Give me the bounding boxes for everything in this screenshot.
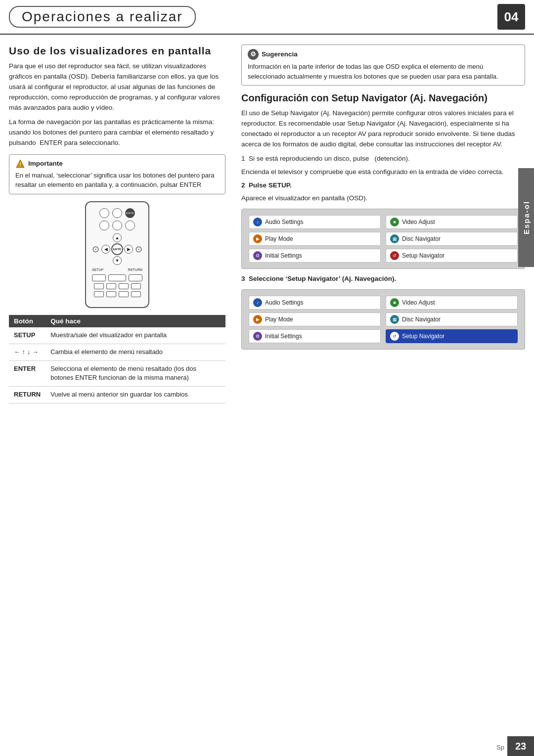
table-cell-description: Selecciona el elemento de menú resaltado… (45, 360, 225, 387)
section1-body1: Para que el uso del reproductor sea fáci… (9, 61, 225, 113)
sugerencia-text: Información en la parte inferior de toda… (248, 62, 519, 81)
button-table: Botón Qué hace SETUPMuestra/sale del vis… (9, 315, 225, 403)
importante-box: ! Importante En el manual, ‘seleccionar’… (9, 154, 225, 194)
remote-btn-2 (112, 208, 122, 218)
remote-rect-8 (94, 291, 104, 297)
remote-circle-right: ⊙ (135, 244, 142, 255)
table-row: ENTERSelecciona el elemento de menú resa… (9, 360, 225, 387)
section2-title: Configuración con Setup Navigator (Aj. N… (241, 91, 525, 104)
osd-item-label: Audio Settings (265, 299, 303, 306)
osd-item-label: Initial Settings (265, 252, 302, 259)
step2-text: 2 Pulse SETUP. (241, 180, 525, 191)
importante-title: ! Importante (15, 159, 219, 169)
remote-dpad: ▲ ▼ ◀ ▶ ENTR (101, 233, 133, 265)
remote-rect-6 (119, 283, 129, 289)
remote-setup-return-labels: SETUP RETURN (91, 268, 143, 271)
table-row: ← ↑ ↓ →Cambia el elemento de menú resalt… (9, 344, 225, 360)
table-cell-button: SETUP (9, 327, 45, 344)
remote-btn-1 (99, 208, 109, 218)
remote-circle-left: ⊙ (92, 244, 99, 255)
osd-menu-item: ↺Setup Navigator (386, 329, 518, 343)
remote-btn-4 (112, 221, 122, 230)
osd-menu-item: ↺Setup Navigator (386, 249, 518, 263)
osd-menu-item: ⚙Initial Settings (249, 249, 381, 263)
page-number: 23 (507, 736, 534, 756)
osd-menu-item: ■Video Adjust (386, 215, 518, 229)
page-suffix: Sp (496, 744, 504, 751)
osd-menu-1: ♪Audio Settings■Video Adjust▶Play Mode▦D… (241, 209, 525, 269)
osd-item-icon: ♪ (253, 298, 262, 307)
osd-item-label: Initial Settings (265, 333, 302, 340)
remote-btn-3 (99, 221, 109, 230)
table-row: SETUPMuestra/sale del visualizador en pa… (9, 327, 225, 344)
table-cell-description: Vuelve al menú anterior sin guardar los … (45, 387, 225, 403)
remote-btn-5 (125, 221, 135, 230)
remote-rect-2 (108, 274, 126, 281)
step3-text: 3 Seleccione ‘Setup Navigator’ (Aj. Nave… (241, 274, 525, 284)
osd-item-label: Audio Settings (265, 219, 303, 225)
importante-text: En el manual, ‘seleccionar’ significa us… (15, 171, 219, 190)
osd-menu-item: ▶Play Mode (249, 232, 381, 246)
remote-rect-3 (129, 274, 142, 281)
osd-item-icon: ■ (390, 298, 399, 307)
osd-menu-item: ■Video Adjust (386, 296, 518, 310)
remote-rect-11 (131, 291, 141, 297)
remote-rect-5 (106, 283, 116, 289)
importante-icon: ! (15, 159, 25, 169)
table-cell-button: ← ↑ ↓ → (9, 344, 45, 360)
osd-menu-item: ⚙Initial Settings (249, 329, 381, 343)
remote-btn-enter-top: ENTE (125, 208, 135, 218)
sugerencia-icon: ⚙ (248, 49, 259, 60)
osd-item-icon: ↺ (390, 332, 399, 341)
remote-illustration: ENTE ⊙ ▲ ▼ ◀ ▶ (9, 201, 225, 308)
osd-menu-item: ▦Disc Navigator (386, 312, 518, 326)
osd-item-icon: ⚙ (253, 332, 262, 341)
sugerencia-title: ⚙ Sugerencia (248, 49, 519, 60)
osd-menu-item: ▶Play Mode (249, 312, 381, 326)
chapter-number: 04 (497, 4, 525, 30)
osd-item-icon: ▶ (253, 315, 262, 324)
remote-rect-1 (92, 274, 106, 281)
table-row: RETURNVuelve al menú anterior sin guarda… (9, 387, 225, 403)
osd-item-icon: ⚙ (253, 251, 262, 260)
osd-item-icon: ▦ (390, 315, 399, 324)
osd-menu-item: ▦Disc Navigator (386, 232, 518, 246)
dpad-right: ▶ (124, 245, 133, 254)
page-footer: Sp 23 (0, 736, 534, 756)
osd-item-label: Setup Navigator (402, 333, 445, 340)
table-header-col1: Botón (9, 315, 45, 327)
remote-bottom-buttons (91, 274, 143, 297)
remote-rect-9 (106, 291, 116, 297)
osd-item-icon: ▶ (253, 234, 262, 243)
dpad-center-enter: ENTR (111, 243, 123, 255)
step1b-text: Encienda el televisor y compruebe que es… (241, 167, 525, 178)
osd-menu-item: ♪Audio Settings (249, 215, 381, 229)
right-column: ⚙ Sugerencia Información en la parte inf… (236, 40, 525, 403)
dpad-up: ▲ (113, 233, 122, 242)
content-area: Uso de los visualizadores en pantalla Pa… (0, 40, 534, 403)
osd-menu-item: ♪Audio Settings (249, 296, 381, 310)
remote-rect-4 (94, 283, 104, 289)
table-cell-button: RETURN (9, 387, 45, 403)
sugerencia-box: ⚙ Sugerencia Información en la parte inf… (241, 44, 525, 86)
step2b-text: Aparece el visualizador en pantalla (OSD… (241, 193, 525, 204)
remote-control: ENTE ⊙ ▲ ▼ ◀ ▶ (85, 201, 149, 308)
osd-item-icon: ↺ (390, 251, 399, 260)
table-cell-description: Cambia el elemento de menú resaltado (45, 344, 225, 360)
table-cell-description: Muestra/sale del visualizador en pantall… (45, 327, 225, 344)
step1-text: 1 Si se está reproduciendo un disco, pul… (241, 154, 525, 164)
dpad-down: ▼ (113, 256, 122, 265)
section2-body: El uso de Setup Navigator (Aj. Navegació… (241, 108, 525, 150)
osd-item-icon: ♪ (253, 218, 262, 226)
section1-title: Uso de los visualizadores en pantalla (9, 44, 225, 57)
osd-item-label: Play Mode (265, 316, 293, 323)
left-column: Uso de los visualizadores en pantalla Pa… (9, 40, 236, 403)
osd-item-label: Video Adjust (402, 299, 435, 306)
page-title: Operaciones a realizar (9, 6, 196, 28)
svg-text:!: ! (19, 162, 21, 168)
remote-rect-7 (131, 283, 141, 289)
osd-item-icon: ▦ (390, 234, 399, 243)
osd-item-label: Setup Navigator (402, 252, 445, 259)
osd-item-label: Disc Navigator (402, 235, 441, 242)
osd-menu-2: ♪Audio Settings■Video Adjust▶Play Mode▦D… (241, 289, 525, 350)
